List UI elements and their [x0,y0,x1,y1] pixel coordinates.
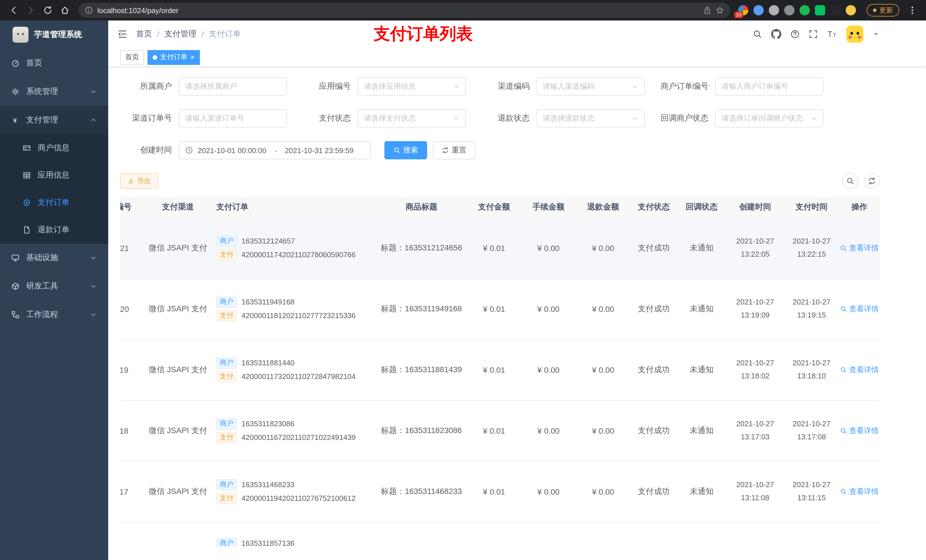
view-detail-link[interactable]: 查看详情 [840,243,879,253]
pay-tag: 支付 [216,310,237,321]
refund-status-select[interactable]: 请选择退款状态 [536,109,645,127]
close-icon[interactable]: × [190,53,195,61]
site-info-icon[interactable] [85,6,93,14]
extension-icon[interactable] [769,5,779,15]
tags-view-bar: 首页 支付订单 × [108,48,926,67]
merchant-order-no-input[interactable]: 请输入商户订单编号 [715,77,823,96]
share-icon[interactable] [703,6,711,14]
extension-icon[interactable] [815,5,825,15]
cell-title: 标题：1635311949168 [376,278,467,339]
view-detail-link[interactable]: 查看详情 [840,486,879,497]
fullscreen-icon[interactable] [809,30,818,39]
sidebar-toggle-icon[interactable] [117,29,127,39]
sidebar-item-infra[interactable]: 基础设施 [0,244,108,272]
tab-home[interactable]: 首页 [120,50,144,65]
extension-icon[interactable] [830,5,841,15]
col-paid: 支付时间 [784,197,839,217]
extension-icon[interactable] [784,5,794,15]
avatar[interactable] [846,26,863,43]
browser-menu-icon[interactable] [904,2,920,18]
extension-icon[interactable] [846,5,856,15]
sidebar-item-refund-order[interactable]: 退款订单 [0,216,108,244]
extension-icon[interactable]: 10 [738,5,748,15]
pay-submenu: 商户信息 应用信息 支付订单 退款订单 [0,134,108,244]
document-icon [23,226,31,234]
extension-icon[interactable] [754,5,764,15]
cell-title: 标题：1635312124656 [376,217,467,278]
bookmark-star-icon[interactable] [716,6,724,14]
sidebar-item-system[interactable]: 系统管理 [0,77,108,106]
cell-status: 支付成功 [631,278,677,339]
active-dot-icon [153,55,157,59]
filter-label: 支付状态 [295,113,358,124]
cell-refund: ¥ 0.00 [576,339,631,400]
sidebar-item-pay-order[interactable]: 支付订单 [0,189,108,216]
cell-title: 标题：1635311881439 [376,339,467,400]
tab-pay-order[interactable]: 支付订单 × [147,50,200,65]
back-icon[interactable] [6,2,22,18]
cell-paid: 2021-10-2713:19:15 [784,278,839,339]
chevron-down-icon [90,283,97,290]
cell-id: 119 [120,339,145,400]
channel-order-no-input[interactable]: 请输入渠道订单号 [179,109,287,127]
cell-created: 2021-10-2713:18:02 [726,339,784,400]
reload-icon[interactable] [40,2,56,18]
dashboard-icon [11,59,20,67]
pay-status-select[interactable]: 请选择支付状态 [358,109,466,127]
cell-actions: 查看详情 [839,278,880,339]
sidebar-item-home[interactable]: 首页 [0,49,108,77]
view-detail-link[interactable]: 查看详情 [840,365,879,375]
reset-button[interactable]: 重置 [433,141,475,159]
forward-icon[interactable] [23,2,39,18]
date-start: 2021-10-01 00:00:00 [198,146,266,154]
merchant-tag: 商户 [216,418,237,429]
cell-actions: 查看详情 [839,339,880,400]
chevron-up-icon [90,117,97,124]
svg-text:T: T [828,30,832,38]
col-created: 创建时间 [726,197,784,217]
breadcrumb-home[interactable]: 首页 [136,29,152,39]
table-row: 118 微信 JSAPI 支付 商户1635311823086 支付420000… [120,400,880,461]
view-detail-link[interactable]: 查看详情 [840,303,879,314]
breadcrumb-pay[interactable]: 支付管理 [165,29,197,39]
filter-label: 所属商户 [116,82,179,92]
cell-fee: ¥ 0.00 [521,217,576,278]
sidebar-item-app-info[interactable]: 应用信息 [0,162,108,189]
home-icon[interactable] [57,2,73,18]
search-icon [840,305,847,312]
extension-icon[interactable] [800,5,810,15]
app-select[interactable]: 请选择应用信息 [358,77,466,96]
search-icon[interactable] [753,30,762,39]
sidebar-item-workflow[interactable]: 工作流程 [0,300,108,329]
cell-notify: 未通知 [677,461,726,522]
help-icon[interactable] [790,30,800,39]
address-bar[interactable]: localhost:1024/pay/order [79,3,730,18]
cell-id: 118 [120,400,145,461]
sidebar-item-dev-tools[interactable]: 研发工具 [0,272,108,300]
font-size-icon[interactable]: TT [827,29,837,39]
cell-channel: 微信 JSAPI 支付 [145,217,211,278]
cell-refund: ¥ 0.00 [576,461,631,522]
notify-status-select[interactable]: 请选择订单回调商户状态 [715,109,823,127]
caret-down-icon[interactable] [873,31,879,38]
toggle-search-button[interactable] [842,173,858,189]
github-icon[interactable] [771,29,781,39]
refresh-table-button[interactable] [864,173,880,189]
channel-code-select[interactable]: 请输入渠道编码 [536,77,645,96]
sidebar-item-merchant-info[interactable]: 商户信息 [0,134,108,162]
merchant-tag: 商户 [216,357,237,368]
chevron-down-icon [453,115,460,122]
browser-update-button[interactable]: 更新 [867,4,899,17]
gear-icon [11,88,20,96]
search-button[interactable]: 搜索 [384,141,427,159]
filter-label: 渠道订单号 [116,113,179,124]
main-area: 首页 / 支付管理 / 支付订单 支付订单列表 TT [108,21,926,560]
export-button[interactable]: 导出 [120,173,158,189]
merchant-select[interactable]: 请选择所属商户 [179,77,287,96]
cell-refund: ¥ 0.00 [576,278,631,339]
sidebar-item-pay[interactable]: ¥ 支付管理 [0,106,108,134]
view-detail-link[interactable]: 查看详情 [840,426,879,436]
cell-actions: 查看详情 [839,461,880,522]
screen: localhost:1024/pay/order 10 更新 [0,0,926,560]
date-range-picker[interactable]: 2021-10-01 00:00:00 - 2021-10-31 23:59:5… [179,141,371,159]
